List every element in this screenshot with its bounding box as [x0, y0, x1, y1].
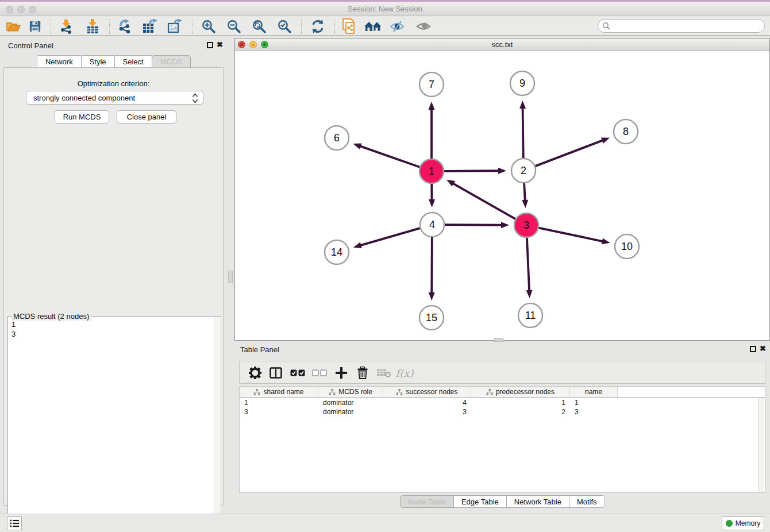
show-panel-eye-icon[interactable]	[414, 18, 433, 34]
network-window-titlebar[interactable]: ✕ − + scc.txt	[235, 38, 769, 51]
table-cell[interactable]: 3	[383, 407, 471, 417]
network-overview-icon[interactable]	[340, 18, 360, 34]
graph-edge[interactable]	[527, 238, 529, 292]
horizontal-splitter-handle[interactable]	[494, 338, 503, 342]
graph-edge[interactable]	[359, 228, 419, 246]
table-row[interactable]: 1dominator411	[240, 398, 765, 407]
table-cell[interactable]: 1	[471, 398, 570, 407]
toolbar-separator	[51, 19, 51, 34]
hierarchy-icon	[396, 389, 403, 395]
table-cell[interactable]: dominator	[318, 398, 383, 407]
graph-edge[interactable]	[524, 183, 525, 202]
status-bar: Memory	[0, 514, 770, 532]
export-image-icon[interactable]	[165, 18, 185, 34]
tab-select[interactable]: Select	[114, 55, 152, 67]
graph-edge[interactable]	[432, 237, 432, 294]
toolbar-separator	[334, 19, 335, 34]
zoom-fit-icon[interactable]	[249, 18, 269, 34]
graph-node-label: 2	[521, 165, 526, 176]
table-body: 1dominator4113dominator323	[240, 398, 765, 417]
search-input[interactable]	[612, 20, 760, 32]
table-cell[interactable]: dominator	[318, 407, 383, 417]
import-table-icon[interactable]	[83, 18, 102, 34]
zoom-selected-icon[interactable]	[275, 18, 294, 34]
table-panel-title: Table Panel	[240, 345, 279, 354]
network-canvas[interactable]: 1234678910111415	[235, 51, 769, 340]
close-panel-icon[interactable]: ✖	[217, 40, 223, 49]
table-cell[interactable]: 1	[240, 398, 318, 407]
task-history-button[interactable]	[7, 516, 22, 530]
tab-style[interactable]: Style	[81, 55, 115, 67]
graph-edge-arrowhead	[446, 180, 455, 187]
table-toolbar: f(x)	[239, 361, 765, 384]
graph-node-label: 7	[429, 79, 434, 90]
table-cell[interactable]: 4	[383, 398, 471, 407]
export-table-icon[interactable]	[140, 18, 160, 34]
column-header-shared-name[interactable]: shared name	[240, 387, 318, 397]
network-view-window: ✕ − + scc.txt 1234678910111415	[234, 38, 770, 341]
tab-mcds[interactable]: MCDS	[152, 55, 191, 67]
graph-edge-arrowhead	[519, 101, 526, 109]
select-all-columns-icon[interactable]	[289, 365, 306, 381]
vertical-splitter-handle[interactable]	[228, 271, 233, 283]
optimization-criterion-select[interactable]: strongly connected component	[26, 91, 203, 105]
graph-node-label: 11	[525, 310, 536, 321]
table-cell[interactable]: 1	[570, 398, 618, 407]
column-header-successor-nodes[interactable]: successor nodes	[383, 387, 471, 397]
tab-network[interactable]: Network	[37, 55, 82, 67]
graph-node-label: 6	[334, 132, 340, 144]
zoom-out-icon[interactable]	[224, 18, 244, 34]
hierarchy-icon	[329, 389, 336, 395]
table-cell[interactable]: 3	[570, 407, 618, 417]
delete-column-trash-icon[interactable]	[354, 365, 371, 381]
column-header-mcds-role[interactable]: MCDS role	[318, 387, 383, 397]
refresh-icon[interactable]	[308, 18, 328, 34]
zoom-in-icon[interactable]	[199, 18, 218, 34]
float-panel-icon[interactable]	[207, 42, 213, 48]
search-icon	[602, 22, 611, 30]
save-session-icon[interactable]	[25, 18, 45, 34]
graph-edge[interactable]	[536, 140, 604, 167]
table-settings-gear-icon[interactable]	[247, 365, 264, 381]
graph-node-label: 1	[429, 165, 434, 177]
import-network-icon[interactable]	[56, 18, 76, 34]
home-icon[interactable]	[363, 18, 383, 34]
graph-edge[interactable]	[523, 107, 523, 158]
graph-edge[interactable]	[359, 146, 420, 167]
hide-panel-eye-icon[interactable]	[387, 18, 407, 34]
close-panel-button[interactable]: Close panel	[117, 110, 176, 124]
tab-motifs[interactable]: Motifs	[569, 495, 605, 508]
graph-edge[interactable]	[452, 183, 515, 219]
export-network-icon[interactable]	[115, 18, 134, 34]
function-builder-icon[interactable]: f(x)	[396, 365, 413, 381]
mcds-result-text[interactable]: 1 3	[9, 318, 211, 531]
column-header-predecessor-nodes[interactable]: predecessor nodes	[471, 387, 570, 397]
select-stepper-icon	[192, 93, 198, 105]
graph-edge[interactable]	[539, 228, 604, 242]
tab-node-table[interactable]: Node Table	[400, 495, 454, 508]
tab-edge-table[interactable]: Edge Table	[453, 495, 507, 508]
float-table-panel-icon[interactable]	[750, 346, 756, 352]
open-session-icon[interactable]	[3, 18, 23, 34]
deselect-all-columns-icon[interactable]	[311, 365, 328, 381]
toolbar-separator	[192, 19, 192, 34]
control-panel-tabs: NetworkStyleSelectMCDS	[0, 55, 227, 68]
tab-network-table[interactable]: Network Table	[506, 495, 569, 508]
graph-edge-arrowhead	[501, 222, 509, 228]
table-cell[interactable]: 3	[240, 407, 318, 417]
add-column-plus-icon[interactable]	[333, 365, 350, 381]
delete-table-icon[interactable]	[375, 365, 392, 381]
table-row[interactable]: 3dominator323	[240, 407, 765, 417]
mcds-result-scrollbar[interactable]	[214, 317, 220, 532]
run-mcds-button[interactable]: Run MCDS	[55, 110, 109, 124]
graph-edge[interactable]	[445, 225, 503, 225]
column-header-name[interactable]: name	[570, 387, 618, 397]
table-scrollbar[interactable]	[758, 398, 764, 492]
graph-edge[interactable]	[444, 171, 500, 171]
control-panel: Control Panel ✖ NetworkStyleSelectMCDS O…	[0, 36, 227, 507]
close-table-panel-icon[interactable]: ✖	[760, 344, 766, 353]
split-view-icon[interactable]	[267, 365, 284, 381]
network-view-title: scc.txt	[235, 40, 769, 49]
table-cell[interactable]: 2	[471, 407, 570, 417]
memory-button[interactable]: Memory	[722, 516, 764, 530]
